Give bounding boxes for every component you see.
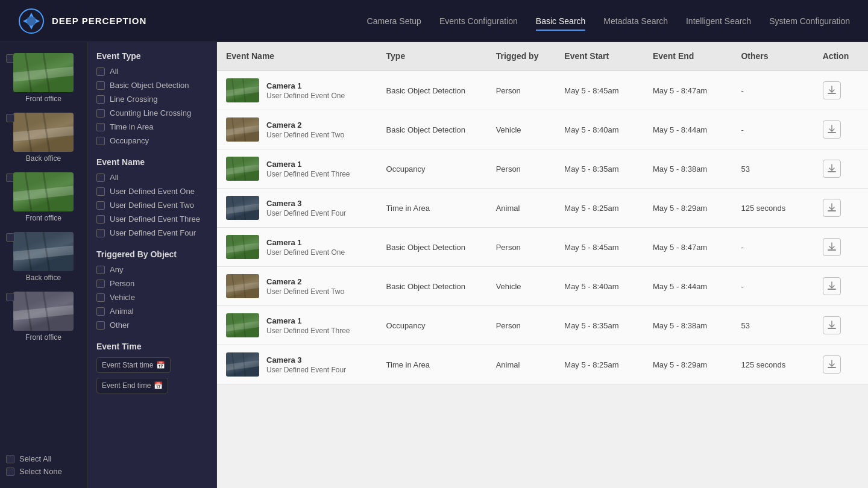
cell-end-5: May 5 - 8:44am — [644, 267, 732, 306]
filter-checkbox-user-defined-event-one[interactable] — [96, 187, 105, 196]
filter-label-counting-line-crossing: Counting Line Crossing — [110, 108, 191, 117]
filter-checkbox-time-in-area[interactable] — [96, 123, 105, 131]
camera-svg-2 — [13, 113, 74, 152]
table-header: Event Name Type Trigged by Event Start E… — [217, 42, 868, 70]
nav-events-config[interactable]: Events Configuration — [439, 11, 518, 31]
filter-label-animal: Animal — [110, 307, 134, 316]
filter-option-occupancy[interactable]: Occupancy — [96, 136, 207, 145]
filter-checkbox-occupancy[interactable] — [96, 137, 105, 145]
camera-thumbnail-5 — [13, 292, 74, 331]
nav-system-config[interactable]: System Configuration — [769, 11, 850, 31]
event-end-time-input[interactable]: Event End time 📅 — [96, 378, 168, 393]
nav-intelligent-search[interactable]: Intelligent Search — [686, 11, 751, 31]
table-row-2: Camera 1 User Defined Event Three Occupa… — [217, 149, 868, 189]
event-type-title: Event Type — [96, 51, 207, 61]
camera-item-5[interactable]: Front office — [0, 287, 87, 346]
event-cell-4: Camera 1 User Defined Event One — [226, 235, 368, 259]
filter-checkbox-vehicle[interactable] — [96, 293, 105, 302]
filter-option-user-defined-event-one[interactable]: User Defined Event One — [96, 187, 207, 196]
filter-checkbox-user-defined-event-three[interactable] — [96, 215, 105, 224]
camera-thumbnail-1 — [13, 53, 74, 92]
filter-option-any[interactable]: Any — [96, 265, 207, 274]
logo-icon — [18, 8, 45, 34]
camera-list: Front office Back office Front office — [0, 48, 87, 346]
cell-start-2: May 5 - 8:35am — [555, 149, 644, 189]
event-thumb-svg-1 — [226, 117, 259, 142]
filter-option-person[interactable]: Person — [96, 279, 207, 288]
camera-checkbox-5[interactable] — [6, 293, 14, 301]
svg-rect-33 — [828, 171, 836, 172]
download-icon-svg-2 — [826, 163, 837, 174]
logo-text: DEEP PERCEPTION — [52, 16, 146, 26]
filter-option-counting-line-crossing[interactable]: Counting Line Crossing — [96, 108, 207, 117]
cell-others-5: - — [732, 267, 813, 306]
filter-checkbox-basic-object-detection[interactable] — [96, 81, 105, 90]
event-info-2: Camera 1 User Defined Event Three — [266, 160, 350, 178]
cell-others-0: - — [732, 70, 813, 110]
filter-option-user-defined-event-four[interactable]: User Defined Event Four — [96, 228, 207, 237]
camera-checkbox-2[interactable] — [6, 114, 14, 122]
filter-checkbox-person[interactable] — [96, 280, 105, 288]
filter-checkbox-line-crossing[interactable] — [96, 95, 105, 104]
filter-checkbox-counting-line-crossing[interactable] — [96, 109, 105, 117]
download-button-5[interactable] — [823, 277, 841, 295]
filter-checkbox-any[interactable] — [96, 266, 105, 274]
event-thumb-svg-5 — [226, 274, 259, 298]
cell-start-5: May 5 - 8:40am — [555, 267, 644, 306]
nav-basic-search[interactable]: Basic Search — [536, 11, 585, 31]
col-event-end: Event End — [644, 42, 732, 70]
select-all-button[interactable]: Select All — [6, 454, 81, 463]
download-button-0[interactable] — [823, 81, 841, 99]
filter-checkbox-all[interactable] — [96, 67, 105, 76]
logo: DEEP PERCEPTION — [18, 8, 146, 34]
cell-start-0: May 5 - 8:45am — [555, 70, 644, 110]
cell-event-name-0: Camera 1 User Defined Event One — [217, 70, 377, 110]
filter-checkbox-user-defined-event-two[interactable] — [96, 201, 105, 210]
download-button-2[interactable] — [823, 160, 841, 178]
select-none-checkbox[interactable] — [6, 468, 14, 476]
triggered-by-filter: Triggered By Object Any Person Vehicle A… — [96, 249, 207, 330]
camera-item-4[interactable]: Back office — [0, 227, 87, 287]
select-none-button[interactable]: Select None — [6, 467, 81, 476]
svg-rect-45 — [828, 289, 836, 290]
download-button-3[interactable] — [823, 199, 841, 217]
cell-event-name-2: Camera 1 User Defined Event Three — [217, 149, 377, 189]
select-all-checkbox[interactable] — [6, 455, 14, 463]
filter-checkbox-all[interactable] — [96, 174, 105, 182]
event-time-filter: Event Time Event Start time 📅 Event End … — [96, 342, 207, 393]
filter-option-other[interactable]: Other — [96, 321, 207, 330]
cell-start-7: May 5 - 8:25am — [555, 345, 644, 384]
filter-checkbox-animal[interactable] — [96, 307, 105, 316]
filter-option-line-crossing[interactable]: Line Crossing — [96, 95, 207, 104]
event-cell-2: Camera 1 User Defined Event Three — [226, 157, 368, 181]
filter-option-animal[interactable]: Animal — [96, 307, 207, 316]
filter-option-vehicle[interactable]: Vehicle — [96, 293, 207, 302]
download-button-6[interactable] — [823, 316, 841, 334]
event-start-label: Event Start time — [102, 361, 153, 369]
camera-item-2[interactable]: Back office — [0, 108, 87, 167]
filter-option-all[interactable]: All — [96, 67, 207, 76]
filter-label-any: Any — [110, 265, 123, 274]
filter-checkbox-user-defined-event-four[interactable] — [96, 229, 105, 237]
nav-camera-setup[interactable]: Camera Setup — [367, 11, 421, 31]
download-icon-svg-6 — [826, 320, 837, 331]
download-button-1[interactable] — [823, 120, 841, 139]
event-start-time-input[interactable]: Event Start time 📅 — [96, 357, 171, 373]
camera-item-3[interactable]: Front office — [0, 167, 87, 227]
download-button-4[interactable] — [823, 238, 841, 256]
cell-type-1: Basic Object Detection — [377, 110, 487, 149]
camera-item-1[interactable]: Front office — [0, 48, 87, 108]
filter-option-all[interactable]: All — [96, 173, 207, 182]
camera-checkbox-4[interactable] — [6, 233, 14, 242]
filter-option-basic-object-detection[interactable]: Basic Object Detection — [96, 81, 207, 90]
event-info-4: Camera 1 User Defined Event One — [266, 238, 345, 257]
filter-option-user-defined-event-three[interactable]: User Defined Event Three — [96, 214, 207, 224]
nav-metadata-search[interactable]: Metadata Search — [603, 11, 668, 31]
filter-checkbox-other[interactable] — [96, 321, 105, 330]
filter-option-time-in-area[interactable]: Time in Area — [96, 122, 207, 131]
cell-action-7 — [814, 345, 868, 384]
filter-option-user-defined-event-two[interactable]: User Defined Event Two — [96, 201, 207, 210]
download-button-7[interactable] — [823, 355, 841, 374]
download-icon-svg-3 — [826, 202, 837, 213]
filter-label-all: All — [110, 173, 118, 182]
